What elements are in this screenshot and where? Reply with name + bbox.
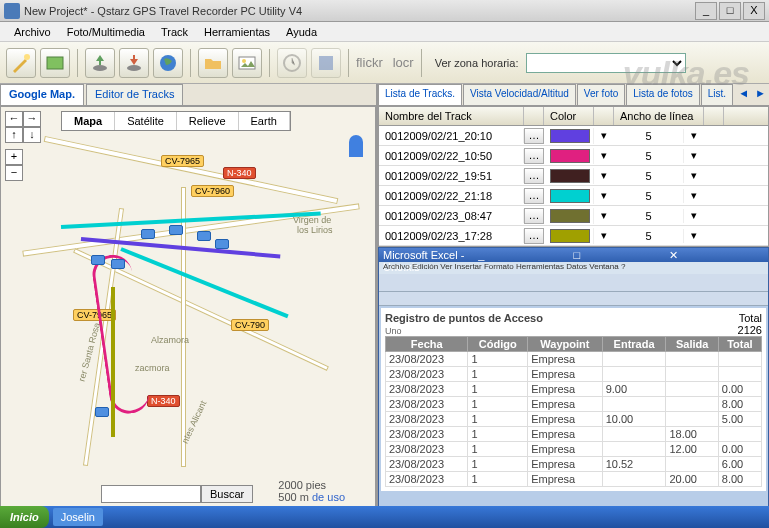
start-button[interactable]: Inicio [0, 506, 49, 528]
track-options-button[interactable]: … [524, 128, 544, 144]
excel-menubar[interactable]: Archivo Edición Ver Insertar Formato Her… [379, 262, 768, 274]
color-swatch[interactable] [550, 209, 590, 223]
tab-scroll-left[interactable]: ◄ [735, 84, 752, 105]
tab-google-map[interactable]: Google Map. [0, 84, 84, 105]
tool-globe-icon[interactable] [153, 48, 183, 78]
width-dropdown[interactable]: ▾ [684, 229, 704, 242]
tab-lista-fotos[interactable]: Lista de fotos [626, 84, 699, 105]
menu-ayuda[interactable]: Ayuda [278, 24, 325, 40]
locr-link[interactable]: locr [393, 55, 414, 70]
color-swatch[interactable] [550, 169, 590, 183]
tab-scroll-right[interactable]: ► [752, 84, 769, 105]
maptype-relieve[interactable]: Relieve [177, 112, 239, 130]
zoom-in-button[interactable]: + [5, 149, 23, 165]
excel-row[interactable]: 23/08/20231Empresa9.000.00 [386, 382, 762, 397]
map-marker-icon[interactable] [349, 135, 363, 157]
menu-foto[interactable]: Foto/Multimedia [59, 24, 153, 40]
excel-toolbar[interactable] [379, 274, 768, 292]
tab-list[interactable]: List. [701, 84, 733, 105]
map-area[interactable]: CV-7965 CV-7965 CV-7960 N-340 N-340 CV-7… [0, 106, 376, 508]
excel-window[interactable]: Microsoft Excel - Uno.xls_ □ ✕ Archivo E… [378, 247, 769, 508]
excel-col-header[interactable]: Total [718, 337, 761, 352]
tab-ver-foto[interactable]: Ver foto [577, 84, 625, 105]
tool-save-icon[interactable] [311, 48, 341, 78]
table-row[interactable]: 0012009/02/23_08:47 … ▾ 5 ▾ [379, 206, 768, 226]
pan-up-button[interactable]: ↑ [5, 127, 23, 143]
track-options-button[interactable]: … [524, 148, 544, 164]
excel-row[interactable]: 23/08/20231Empresa10.005.00 [386, 412, 762, 427]
maptype-mapa[interactable]: Mapa [62, 112, 115, 130]
col-ancho[interactable]: Ancho de línea [614, 107, 704, 125]
excel-row[interactable]: 23/08/20231Empresa20.008.00 [386, 472, 762, 487]
width-dropdown[interactable]: ▾ [684, 169, 704, 182]
track-options-button[interactable]: … [524, 188, 544, 204]
tab-editor-tracks[interactable]: Editor de Tracks [86, 84, 183, 105]
excel-row[interactable]: 23/08/20231Empresa [386, 352, 762, 367]
color-swatch[interactable] [550, 229, 590, 243]
menu-archivo[interactable]: Archivo [6, 24, 59, 40]
tool-folder-icon[interactable] [198, 48, 228, 78]
menu-herramientas[interactable]: Herramientas [196, 24, 278, 40]
tool-clock-icon[interactable] [277, 48, 307, 78]
maximize-button[interactable]: □ [719, 2, 741, 20]
pan-down-button[interactable]: ↓ [23, 127, 41, 143]
excel-close-icon[interactable]: ✕ [669, 249, 764, 261]
tool-photo-icon[interactable] [232, 48, 262, 78]
color-swatch[interactable] [550, 149, 590, 163]
timezone-select[interactable] [526, 53, 686, 73]
excel-col-header[interactable]: Fecha [386, 337, 468, 352]
color-dropdown[interactable]: ▾ [594, 209, 614, 222]
taskbar-item[interactable]: Joselin [53, 508, 103, 526]
maptype-satelite[interactable]: Satélite [115, 112, 177, 130]
excel-max-icon[interactable]: □ [574, 249, 669, 261]
track-options-button[interactable]: … [524, 228, 544, 244]
excel-data-table[interactable]: FechaCódigoWaypointEntradaSalidaTotal 23… [385, 336, 762, 487]
color-swatch[interactable] [550, 129, 590, 143]
track-options-button[interactable]: … [524, 208, 544, 224]
tool-map-icon[interactable] [40, 48, 70, 78]
minimize-button[interactable]: _ [695, 2, 717, 20]
excel-row[interactable]: 23/08/20231Empresa8.00 [386, 397, 762, 412]
map-search-button[interactable]: Buscar [201, 485, 253, 503]
col-color[interactable]: Color [544, 107, 594, 125]
table-row[interactable]: 0012009/02/22_21:18 … ▾ 5 ▾ [379, 186, 768, 206]
table-row[interactable]: 0012009/02/23_17:28 … ▾ 5 ▾ [379, 226, 768, 246]
tab-lista-tracks[interactable]: Lista de Tracks. [378, 84, 462, 105]
map-search-input[interactable] [101, 485, 201, 503]
track-options-button[interactable]: … [524, 168, 544, 184]
tool-download-icon[interactable] [85, 48, 115, 78]
color-dropdown[interactable]: ▾ [594, 229, 614, 242]
excel-col-header[interactable]: Entrada [602, 337, 666, 352]
excel-row[interactable]: 23/08/20231Empresa18.00 [386, 427, 762, 442]
excel-row[interactable]: 23/08/20231Empresa [386, 367, 762, 382]
excel-row[interactable]: 23/08/20231Empresa12.000.00 [386, 442, 762, 457]
excel-row[interactable]: 23/08/20231Empresa10.526.00 [386, 457, 762, 472]
col-nombre[interactable]: Nombre del Track [379, 107, 524, 125]
excel-min-icon[interactable]: _ [478, 249, 573, 261]
excel-col-header[interactable]: Código [468, 337, 528, 352]
zoom-out-button[interactable]: − [5, 165, 23, 181]
tool-wizard-icon[interactable] [6, 48, 36, 78]
width-dropdown[interactable]: ▾ [684, 129, 704, 142]
table-row[interactable]: 0012009/02/22_10:50 … ▾ 5 ▾ [379, 146, 768, 166]
tab-vista-velocidad[interactable]: Vista Velocidad/Altitud [463, 84, 576, 105]
table-row[interactable]: 0012009/02/21_20:10 … ▾ 5 ▾ [379, 126, 768, 146]
color-dropdown[interactable]: ▾ [594, 149, 614, 162]
flickr-link[interactable]: flickr [356, 55, 383, 70]
color-swatch[interactable] [550, 189, 590, 203]
excel-col-header[interactable]: Salida [666, 337, 718, 352]
color-dropdown[interactable]: ▾ [594, 129, 614, 142]
menu-track[interactable]: Track [153, 24, 196, 40]
pan-left-button[interactable]: ← [5, 111, 23, 127]
table-row[interactable]: 0012009/02/22_19:51 … ▾ 5 ▾ [379, 166, 768, 186]
width-dropdown[interactable]: ▾ [684, 149, 704, 162]
pan-right-button[interactable]: → [23, 111, 41, 127]
color-dropdown[interactable]: ▾ [594, 169, 614, 182]
maptype-earth[interactable]: Earth [239, 112, 290, 130]
close-button[interactable]: X [743, 2, 765, 20]
color-dropdown[interactable]: ▾ [594, 189, 614, 202]
excel-toolbar-2[interactable] [379, 292, 768, 306]
tool-upload-icon[interactable] [119, 48, 149, 78]
excel-col-header[interactable]: Waypoint [528, 337, 603, 352]
width-dropdown[interactable]: ▾ [684, 209, 704, 222]
